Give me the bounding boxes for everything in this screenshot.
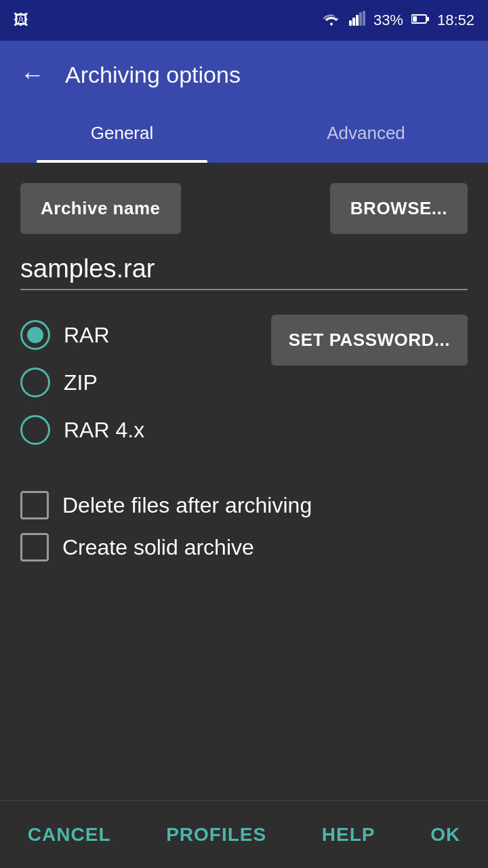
format-password-section: RAR ZIP RAR 4.x SET PASSWORD...: [20, 315, 468, 471]
set-password-button[interactable]: SET PASSWORD...: [271, 315, 468, 366]
battery-icon: [411, 12, 429, 29]
tab-general[interactable]: General: [0, 108, 244, 163]
tab-advanced[interactable]: Advanced: [244, 108, 488, 163]
radio-rar4x-label: RAR 4.x: [64, 418, 144, 443]
checkbox-solid-label: Create solid archive: [62, 535, 254, 560]
svg-rect-1: [352, 18, 355, 26]
radio-rar-label: RAR: [64, 323, 110, 348]
page-title: Archiving options: [65, 62, 241, 88]
svg-rect-7: [413, 16, 417, 22]
profiles-button[interactable]: PROFILES: [152, 817, 280, 852]
checkbox-delete[interactable]: [20, 491, 49, 519]
radio-rar-inner: [27, 327, 43, 343]
back-button[interactable]: ←: [20, 60, 45, 89]
radio-zip-label: ZIP: [64, 370, 98, 395]
wifi-icon: [322, 11, 341, 30]
radio-rar-button[interactable]: [20, 320, 50, 350]
svg-rect-4: [363, 11, 365, 26]
tab-bar: General Advanced: [0, 108, 488, 163]
filename-input[interactable]: [20, 248, 468, 289]
time-display: 18:52: [437, 12, 474, 29]
radio-zip[interactable]: ZIP: [20, 362, 144, 403]
checkbox-delete-row[interactable]: Delete files after archiving: [20, 491, 468, 519]
cancel-button[interactable]: CANCEL: [14, 817, 125, 852]
signal-icon: [349, 11, 365, 30]
radio-zip-button[interactable]: [20, 368, 50, 397]
svg-rect-2: [356, 15, 359, 26]
format-radio-group: RAR ZIP RAR 4.x: [20, 315, 144, 450]
checkbox-solid-row[interactable]: Create solid archive: [20, 533, 468, 561]
checkbox-solid[interactable]: [20, 533, 49, 561]
archive-name-button[interactable]: Archive name: [20, 183, 181, 234]
image-icon: 🖼: [14, 12, 28, 29]
radio-rar4x[interactable]: RAR 4.x: [20, 410, 144, 450]
svg-rect-3: [359, 12, 362, 26]
archive-name-row: Archive name BROWSE...: [20, 183, 468, 234]
svg-rect-0: [349, 20, 352, 26]
checkbox-group: Delete files after archiving Create soli…: [20, 491, 468, 561]
battery-text: 33%: [373, 12, 403, 29]
main-content: Archive name BROWSE... RAR ZIP: [0, 163, 488, 561]
radio-rar4x-button[interactable]: [20, 415, 50, 445]
filename-row: [20, 248, 468, 290]
radio-rar[interactable]: RAR: [20, 315, 144, 355]
status-bar: 🖼 33% 18:52: [0, 0, 488, 41]
ok-button[interactable]: OK: [417, 817, 474, 852]
help-button[interactable]: HELP: [308, 817, 389, 852]
app-bar: ← Archiving options: [0, 41, 488, 108]
checkbox-delete-label: Delete files after archiving: [62, 493, 312, 518]
bottom-bar: CANCEL PROFILES HELP OK: [0, 800, 488, 868]
svg-rect-6: [426, 17, 429, 21]
browse-button[interactable]: BROWSE...: [330, 183, 468, 234]
